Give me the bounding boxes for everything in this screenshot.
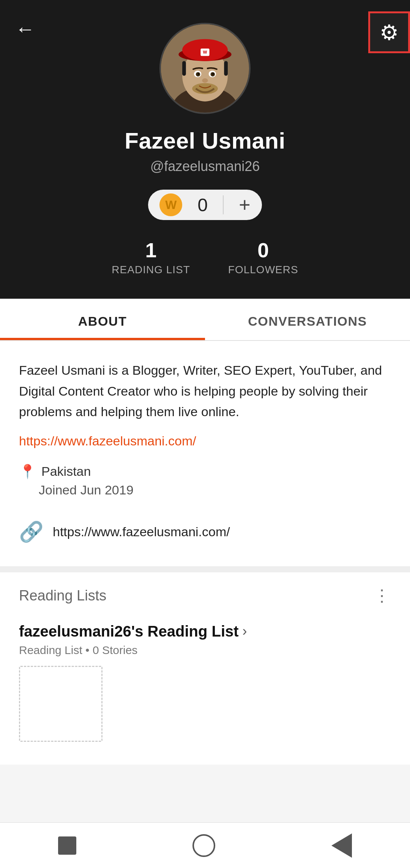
- back-button[interactable]: ←: [15, 19, 35, 39]
- reading-list-label: READING LIST: [112, 264, 190, 276]
- location-row: 📍 Pakistan: [19, 464, 391, 480]
- bottom-navigation: [0, 822, 410, 868]
- profile-header: ← ⚙ W: [0, 0, 410, 299]
- website-url[interactable]: https://www.fazeelusmani.com/: [53, 524, 230, 539]
- followers-stat: 0 FOLLOWERS: [228, 239, 298, 276]
- coin-divider: [223, 195, 224, 214]
- svg-point-15: [198, 73, 199, 75]
- profile-name: Fazeel Usmani: [125, 128, 285, 154]
- tab-about[interactable]: ABOUT: [0, 299, 205, 340]
- website-row: 🔗 https://www.fazeelusmani.com/: [19, 513, 391, 551]
- reading-list-title-row[interactable]: fazeelusmani26's Reading List ›: [19, 623, 391, 640]
- svg-rect-9: [224, 61, 228, 76]
- reading-list-meta: Reading List • 0 Stories: [19, 644, 391, 657]
- list-item: fazeelusmani26's Reading List › Reading …: [19, 615, 391, 749]
- nav-back-button[interactable]: [331, 833, 352, 858]
- followers-label: FOLLOWERS: [228, 264, 298, 276]
- reading-lists-title: Reading Lists: [19, 588, 106, 604]
- reading-list-thumbnail: [19, 666, 102, 742]
- nav-circle-button[interactable]: [192, 834, 215, 857]
- svg-text:W: W: [203, 49, 207, 54]
- reading-lists-section: Reading Lists ⋮ fazeelusmani26's Reading…: [0, 572, 410, 765]
- coin-icon: W: [159, 193, 182, 216]
- svg-rect-8: [182, 61, 186, 76]
- coin-count: 0: [190, 195, 215, 215]
- settings-button[interactable]: ⚙: [368, 11, 410, 53]
- chevron-right-icon: ›: [243, 623, 247, 639]
- add-coins-button[interactable]: +: [231, 193, 250, 216]
- reading-list-count: 1: [145, 239, 157, 261]
- svg-point-17: [202, 78, 208, 83]
- more-options-button[interactable]: ⋮: [374, 591, 391, 600]
- section-header: Reading Lists ⋮: [19, 588, 391, 604]
- tabs-container: ABOUT CONVERSATIONS: [0, 299, 410, 341]
- gear-icon: ⚙: [380, 20, 399, 45]
- section-divider: [0, 566, 410, 572]
- about-section: Fazeel Usmani is a Blogger, Writer, SEO …: [0, 341, 410, 566]
- avatar: W: [159, 23, 251, 114]
- location-icon: 📍: [19, 464, 36, 480]
- tab-conversations[interactable]: CONVERSATIONS: [205, 299, 410, 340]
- profile-username: @fazeelusmani26: [150, 158, 260, 174]
- reading-list-stat: 1 READING LIST: [112, 239, 190, 276]
- bio-text: Fazeel Usmani is a Blogger, Writer, SEO …: [19, 360, 391, 422]
- followers-count: 0: [257, 239, 269, 261]
- location-text: Pakistan: [41, 464, 91, 479]
- joined-text: Joined Jun 2019: [19, 483, 391, 497]
- nav-square-button[interactable]: [58, 836, 76, 855]
- bio-link[interactable]: https://www.fazeelusmani.com/: [19, 434, 391, 448]
- coins-widget: W 0 +: [148, 190, 262, 220]
- svg-point-16: [212, 73, 214, 75]
- reading-list-name: fazeelusmani26's Reading List: [19, 623, 239, 640]
- stats-row: 1 READING LIST 0 FOLLOWERS: [112, 239, 298, 276]
- link-icon: 🔗: [19, 520, 44, 543]
